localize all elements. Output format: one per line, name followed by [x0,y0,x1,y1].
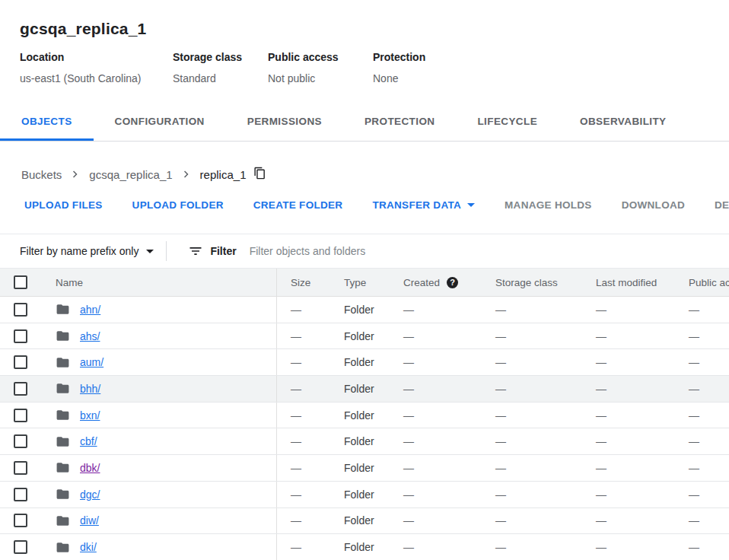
folder-icon [56,540,70,555]
column-label: Storage class [495,277,558,288]
size-cell: — [276,402,335,428]
folder-link[interactable]: bxn/ [80,409,100,422]
name-cell: cbf/ [42,434,276,449]
row-checkbox[interactable] [14,434,27,448]
type-cell: Folder [335,383,396,395]
tab-observability[interactable]: OBSERVABILITY [559,104,687,141]
breadcrumb-bucket-name[interactable]: gcsqa_replica_1 [89,168,172,181]
row-checkbox[interactable] [14,409,27,422]
name-cell: bhh/ [42,381,276,396]
row-checkbox-cell [0,434,42,448]
created-cell: — [396,541,487,553]
row-checkbox-cell [0,303,42,317]
column-label: Public access [689,277,729,288]
name-cell: dgc/ [42,487,276,501]
row-checkbox[interactable] [14,303,27,317]
last-modified-cell: — [590,304,681,316]
name-cell: dki/ [42,540,276,555]
folder-link[interactable]: diw/ [80,514,99,527]
row-checkbox-cell [0,514,42,527]
created-cell: — [396,462,487,474]
filter-bar: Filter by name prefix only Filter [0,234,729,269]
button-label: MANAGE HOLDS [505,199,592,211]
tab-lifecycle[interactable]: LIFECYCLE [456,104,559,141]
row-checkbox[interactable] [14,514,27,527]
folder-link[interactable]: dgc/ [80,488,100,501]
folder-link[interactable]: dbk/ [80,462,100,474]
size-cell: — [276,349,335,375]
objects-table: Name Size Type Created ? Storage class L… [0,269,729,560]
row-checkbox[interactable] [14,488,27,501]
storage-class-cell: — [487,488,590,501]
dropdown-caret-icon [146,250,154,253]
name-cell: dbk/ [42,460,276,475]
filter-label: Filter [210,245,236,257]
row-checkbox-cell [0,382,42,396]
help-icon[interactable]: ? [447,277,458,288]
public-access-cell: — [681,383,729,395]
filter-input[interactable] [250,245,478,257]
chevron-right-icon [68,167,82,181]
folder-icon [56,487,70,501]
select-all-checkbox[interactable] [14,275,27,289]
column-label: Created [403,277,440,288]
created-cell: — [396,514,487,527]
type-cell: Folder [335,356,396,368]
size-cell: — [276,534,335,560]
row-checkbox[interactable] [14,540,27,554]
table-row: cbf/ — Folder — — — — [0,428,729,455]
button-label: UPLOAD FOLDER [132,199,224,211]
breadcrumb-buckets[interactable]: Buckets [21,168,62,181]
tab-permissions[interactable]: PERMISSIONS [226,104,343,141]
meta-label: Protection [373,51,425,63]
tab-objects[interactable]: OBJECTS [0,104,94,141]
public-access-cell: — [681,488,729,501]
folder-link[interactable]: dki/ [80,541,97,553]
object-actions-toolbar: UPLOAD FILES UPLOAD FOLDER CREATE FOLDER… [0,191,729,218]
table-row: dbk/ — Folder — — — — [0,455,729,482]
folder-icon [56,460,70,475]
folder-link[interactable]: bhh/ [80,383,100,395]
storage-class-cell: — [487,383,590,395]
row-checkbox[interactable] [14,461,27,475]
row-checkbox-cell [0,329,42,343]
last-modified-cell: — [590,330,681,342]
size-cell: — [276,508,335,534]
manage-holds-button[interactable]: MANAGE HOLDS [505,199,592,211]
table-row: ahs/ — Folder — — — — [0,323,729,350]
column-label: Type [344,277,366,288]
row-checkbox[interactable] [14,355,27,369]
type-cell: Folder [335,541,396,553]
copy-path-button[interactable] [253,167,266,182]
folder-link[interactable]: aum/ [80,356,103,368]
type-cell: Folder [335,304,396,316]
upload-files-button[interactable]: UPLOAD FILES [24,199,103,211]
tab-configuration[interactable]: CONFIGURATION [94,104,226,141]
filter-scope-dropdown[interactable]: Filter by name prefix only [20,245,154,257]
row-checkbox[interactable] [14,382,27,396]
upload-folder-button[interactable]: UPLOAD FOLDER [132,199,224,211]
row-checkbox-cell [0,540,42,554]
delete-button[interactable]: DELETE [715,199,729,211]
meta-protection: Protection None [373,51,425,84]
button-label: UPLOAD FILES [24,199,103,211]
folder-link[interactable]: ahn/ [80,304,100,316]
type-cell: Folder [335,488,396,501]
row-checkbox[interactable] [14,329,27,343]
bucket-details-page: gcsqa_replica_1 Location us-east1 (South… [0,0,729,560]
folder-link[interactable]: cbf/ [80,435,97,447]
transfer-data-button[interactable]: TRANSFER DATA [372,199,475,211]
download-button[interactable]: DOWNLOAD [622,199,685,211]
storage-class-cell: — [487,541,590,553]
meta-label: Location [20,51,173,63]
tab-protection[interactable]: PROTECTION [343,104,457,141]
folder-link[interactable]: ahs/ [80,330,100,342]
header-name: Name [42,277,276,288]
meta-value: Not public [268,72,373,84]
create-folder-button[interactable]: CREATE FOLDER [253,199,343,211]
storage-class-cell: — [487,409,590,422]
meta-label: Public access [268,51,373,63]
created-cell: — [396,330,487,342]
name-cell: diw/ [42,514,276,528]
created-cell: — [396,356,487,368]
